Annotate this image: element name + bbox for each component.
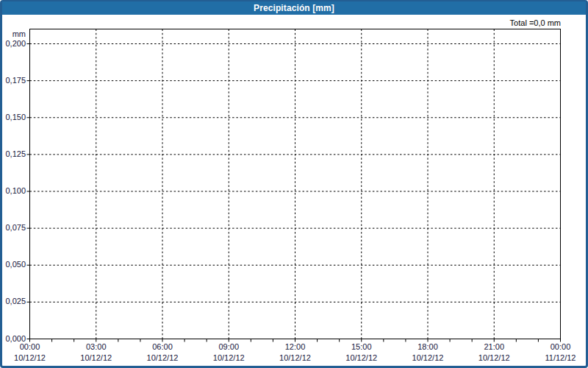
x-tick-time: 00:00 (4, 342, 56, 352)
y-tick-label: 0,075 (0, 223, 26, 233)
precipitation-chart-window: Precipitación [mm] Total =0,0 mm mm 0,20… (0, 0, 588, 368)
y-tick-label: 0,175 (0, 76, 26, 85)
x-tick-date: 10/12/12 (270, 353, 321, 363)
x-tick-date: 11/12/12 (535, 353, 587, 363)
y-tick-label: 0,025 (0, 297, 26, 306)
x-tick-time: 12:00 (270, 342, 321, 352)
x-tick-time: 03:00 (71, 342, 122, 352)
y-tick-label: 0,050 (0, 260, 26, 269)
y-tick-label: 0,100 (0, 186, 26, 196)
y-tick-label: 0,200 (0, 39, 26, 49)
x-tick-time: 00:00 (535, 342, 587, 352)
x-tick-date: 10/12/12 (402, 353, 453, 363)
x-tick-time: 18:00 (402, 342, 453, 352)
x-tick-date: 10/12/12 (203, 353, 254, 363)
x-tick-date: 10/12/12 (137, 353, 188, 363)
x-tick-date: 10/12/12 (336, 353, 387, 363)
x-tick-time: 09:00 (203, 342, 254, 352)
y-tick-label: 0,150 (0, 113, 26, 122)
x-tick-time: 06:00 (137, 342, 188, 352)
x-tick-date: 10/12/12 (4, 353, 56, 363)
x-tick-time: 15:00 (336, 342, 387, 352)
x-tick-time: 21:00 (468, 342, 520, 352)
x-tick-date: 10/12/12 (71, 353, 122, 363)
y-tick-label: 0,125 (0, 149, 26, 159)
plot-grid (0, 0, 588, 368)
x-tick-date: 10/12/12 (468, 353, 520, 363)
